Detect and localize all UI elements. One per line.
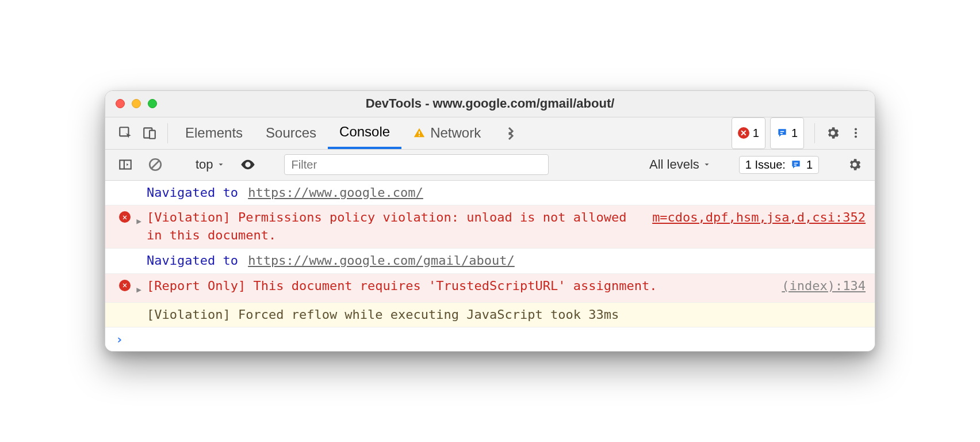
window-controls xyxy=(105,99,157,108)
error-icon: ✕ xyxy=(738,127,749,139)
log-error[interactable]: ✕ ▸ [Violation] Permissions policy viola… xyxy=(105,205,875,249)
nav-url[interactable]: https://www.google.com/ xyxy=(248,185,423,200)
inspect-element-icon[interactable] xyxy=(113,117,137,149)
error-icon: ✕ xyxy=(119,280,131,291)
sidebar-toggle-icon[interactable] xyxy=(113,157,137,172)
maximize-window-button[interactable] xyxy=(148,99,157,108)
titlebar: DevTools - www.google.com/gmail/about/ xyxy=(105,91,875,117)
svg-rect-16 xyxy=(794,165,797,166)
log-error[interactable]: ✕ ▸ [Report Only] This document requires… xyxy=(105,274,875,303)
chevron-down-icon xyxy=(703,161,711,169)
issue-count-badge[interactable]: 1 xyxy=(770,117,804,149)
svg-rect-10 xyxy=(120,161,131,169)
separator xyxy=(167,123,168,143)
live-expression-icon[interactable] xyxy=(235,157,261,173)
svg-rect-15 xyxy=(794,163,798,164)
svg-rect-4 xyxy=(419,135,420,136)
tab-network[interactable]: Network xyxy=(401,117,492,149)
console-toolbar: top All levels 1 Issue: 1 xyxy=(105,150,875,181)
device-toolbar-icon[interactable] xyxy=(137,117,162,149)
separator xyxy=(814,123,815,143)
context-selector[interactable]: top xyxy=(191,155,229,174)
svg-point-14 xyxy=(246,163,249,166)
expand-icon[interactable]: ▸ xyxy=(135,209,144,230)
log-level-selector[interactable]: All levels xyxy=(645,155,715,174)
clear-console-icon[interactable] xyxy=(143,157,167,172)
svg-rect-5 xyxy=(780,131,784,132)
settings-icon[interactable] xyxy=(821,117,845,149)
issue-count: 1 xyxy=(791,127,798,140)
log-violation: [Violation] Forced reflow while executin… xyxy=(105,303,875,328)
tab-console[interactable]: Console xyxy=(328,117,401,149)
svg-rect-6 xyxy=(780,133,783,134)
context-label: top xyxy=(196,157,213,172)
issue-icon xyxy=(790,159,802,170)
devtools-window: DevTools - www.google.com/gmail/about/ E… xyxy=(105,90,875,352)
error-count: 1 xyxy=(753,127,759,140)
tab-elements[interactable]: Elements xyxy=(174,117,254,149)
error-count-badge[interactable]: ✕ 1 xyxy=(732,117,765,149)
filter-input[interactable] xyxy=(284,154,549,175)
issue-label: 1 Issue: xyxy=(745,158,786,172)
main-tabbar: Elements Sources Console Network ✕ 1 1 xyxy=(105,117,875,150)
console-input-row[interactable]: › xyxy=(105,327,875,351)
tab-label: Sources xyxy=(266,125,316,141)
error-message: [Violation] Permissions policy violation… xyxy=(147,209,645,245)
source-link[interactable]: m=cdos,dpf,hsm,jsa,d,csi:352 xyxy=(652,209,866,227)
svg-point-8 xyxy=(855,132,857,134)
more-tabs-button[interactable] xyxy=(492,117,529,149)
nav-prefix: Navigated to xyxy=(147,185,246,200)
svg-rect-3 xyxy=(419,131,420,134)
close-window-button[interactable] xyxy=(116,99,125,108)
nav-url[interactable]: https://www.google.com/gmail/about/ xyxy=(248,253,515,268)
tab-label: Network xyxy=(430,125,481,141)
prompt-icon: › xyxy=(116,332,123,346)
more-options-icon[interactable] xyxy=(845,117,867,149)
svg-line-13 xyxy=(152,161,159,169)
warning-icon xyxy=(413,127,426,139)
tab-label: Elements xyxy=(185,125,243,141)
console-settings-icon[interactable] xyxy=(843,157,867,172)
issue-icon xyxy=(776,127,788,139)
error-icon: ✕ xyxy=(119,211,131,223)
nav-prefix: Navigated to xyxy=(147,253,246,268)
source-link[interactable]: (index):134 xyxy=(782,277,866,295)
minimize-window-button[interactable] xyxy=(132,99,141,108)
chevron-down-icon xyxy=(217,161,225,169)
issue-num: 1 xyxy=(806,158,813,172)
issues-button[interactable]: 1 Issue: 1 xyxy=(739,156,819,174)
svg-rect-2 xyxy=(150,131,155,139)
error-message: [Report Only] This document requires 'Tr… xyxy=(147,277,775,295)
svg-point-7 xyxy=(855,128,857,131)
warning-message: [Violation] Forced reflow while executin… xyxy=(147,306,866,324)
tabs: Elements Sources Console Network xyxy=(174,117,529,149)
levels-label: All levels xyxy=(649,157,699,172)
svg-point-9 xyxy=(855,136,857,138)
window-title: DevTools - www.google.com/gmail/about/ xyxy=(105,96,875,111)
tab-sources[interactable]: Sources xyxy=(254,117,328,149)
expand-icon[interactable]: ▸ xyxy=(135,277,144,299)
console-log: Navigated to https://www.google.com/ ✕ ▸… xyxy=(105,181,875,352)
log-navigation: Navigated to https://www.google.com/ xyxy=(105,181,875,206)
log-navigation: Navigated to https://www.google.com/gmai… xyxy=(105,249,875,274)
tab-label: Console xyxy=(339,124,390,140)
